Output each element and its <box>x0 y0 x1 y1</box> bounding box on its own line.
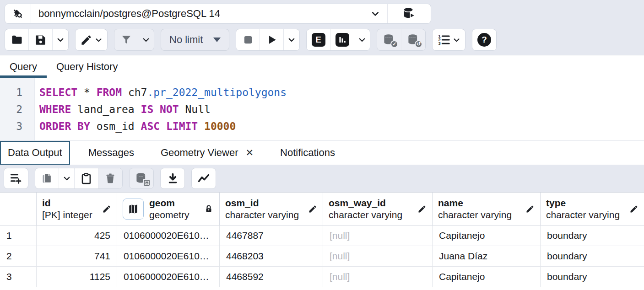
save-file-button[interactable] <box>29 29 53 50</box>
cell-id[interactable]: 1125 <box>37 267 117 287</box>
filter-button[interactable] <box>114 29 138 50</box>
column-type: character varying <box>546 209 620 221</box>
cell-osm-way-id[interactable]: [null] <box>323 267 433 287</box>
chevron-down-icon <box>358 36 366 44</box>
close-icon[interactable]: ✕ <box>245 147 254 158</box>
trash-icon <box>104 172 116 184</box>
execute-menu-button[interactable] <box>284 29 299 50</box>
cell-osm-way-id[interactable]: [null] <box>323 246 433 266</box>
table-row: 2 741 0106000020E610… 4468203 [null] Jua… <box>0 246 644 267</box>
pencil-icon[interactable] <box>304 204 317 214</box>
chevron-down-icon <box>453 36 460 44</box>
commit-button[interactable]: ✓ <box>377 29 401 50</box>
column-type: character varying <box>438 209 512 221</box>
tab-notifications[interactable]: Notifications <box>271 141 344 165</box>
open-file-button[interactable] <box>5 29 29 50</box>
pencil-icon[interactable] <box>414 204 427 214</box>
add-row-button[interactable] <box>4 168 28 188</box>
column-name: geom <box>149 197 189 209</box>
graph-visualiser-button[interactable] <box>192 168 216 188</box>
chevron-down-icon <box>56 36 65 44</box>
map-icon <box>127 203 139 215</box>
cell-name[interactable]: Juana Díaz <box>433 246 541 266</box>
row-number-cell[interactable]: 3 <box>0 267 37 287</box>
stop-button[interactable] <box>236 29 260 50</box>
tab-geometry-viewer[interactable]: Geometry Viewer ✕ <box>152 141 263 165</box>
connection-label: bonnymcclain/postgres@PostgreSQL 14 <box>38 8 220 20</box>
tab-messages[interactable]: Messages <box>79 141 143 165</box>
cell-type[interactable]: boundary <box>541 226 644 246</box>
help-button[interactable]: ? <box>472 29 496 50</box>
save-icon <box>34 34 47 46</box>
download-icon <box>167 172 179 185</box>
query-toolbar: No limit E <box>5 29 644 51</box>
row-limit-select[interactable]: No limit <box>161 29 229 51</box>
save-data-group <box>129 168 154 189</box>
column-header-id[interactable]: id [PK] integer <box>37 193 117 225</box>
edit-menu-button[interactable] <box>76 29 107 50</box>
line-number: 3 <box>0 118 22 135</box>
cell-geom[interactable]: 0106000020E610… <box>117 226 220 246</box>
pencil-icon[interactable] <box>626 204 639 214</box>
copy-menu-button[interactable] <box>59 168 75 188</box>
execute-button[interactable] <box>260 29 284 50</box>
sql-editor[interactable]: 1 2 3 SELECT * FROM ch7.pr_2022_multipol… <box>0 78 644 141</box>
rollback-button[interactable]: ↺ <box>401 29 425 50</box>
cell-geom[interactable]: 0106000020E610… <box>117 246 220 266</box>
cell-id[interactable]: 425 <box>37 226 117 246</box>
save-menu-button[interactable] <box>53 29 68 50</box>
macros-button[interactable]: 1 2 3 <box>433 29 465 50</box>
cell-osm-id[interactable]: 4467887 <box>220 226 323 246</box>
cell-osm-way-id[interactable]: [null] <box>323 226 433 246</box>
plug-connected-icon <box>11 7 25 21</box>
row-number-cell[interactable]: 2 <box>0 246 37 266</box>
pencil-icon <box>80 34 92 46</box>
cell-osm-id[interactable]: 4468592 <box>220 267 323 287</box>
view-geometry-button[interactable] <box>123 199 144 220</box>
column-header-osm-way-id[interactable]: osm_way_id character varying <box>323 193 433 225</box>
chevron-down-icon <box>287 36 296 44</box>
clipboard-group <box>35 168 123 189</box>
row-number-cell[interactable]: 1 <box>0 226 37 246</box>
floppy-badge-icon <box>143 179 151 187</box>
download-results-button[interactable] <box>161 168 184 188</box>
explain-menu-button[interactable] <box>354 29 370 50</box>
connection-status-cell <box>5 4 31 23</box>
transaction-group: ✓ ↺ <box>377 29 426 51</box>
cell-type[interactable]: boundary <box>541 246 644 266</box>
filter-menu-button[interactable] <box>138 29 154 50</box>
select-all-header[interactable] <box>0 193 37 225</box>
new-connection-button[interactable] <box>387 4 431 23</box>
cell-id[interactable]: 741 <box>37 246 117 266</box>
column-header-geom[interactable]: geom geometry <box>117 193 220 225</box>
pencil-icon[interactable] <box>98 204 111 214</box>
code-line: SELECT * FROM ch7.pr_2022_multipolygons <box>39 84 644 101</box>
tab-query[interactable]: Query <box>0 55 47 78</box>
line-number: 1 <box>0 84 22 101</box>
column-header-osm-id[interactable]: osm_id character varying <box>220 193 323 225</box>
explain-button[interactable]: E <box>307 29 330 50</box>
column-type: character varying <box>329 209 402 221</box>
tab-query-history[interactable]: Query History <box>47 55 127 78</box>
paste-button[interactable] <box>75 168 98 188</box>
chevron-down-icon <box>63 174 71 183</box>
cell-name[interactable]: Capitanejo <box>433 226 541 246</box>
connection-selector[interactable]: bonnymcclain/postgres@PostgreSQL 14 <box>31 4 387 23</box>
explain-analyze-button[interactable] <box>330 29 354 50</box>
cell-geom[interactable]: 0106000020E610… <box>117 267 220 287</box>
pencil-icon[interactable] <box>522 204 535 214</box>
lock-icon <box>200 204 214 214</box>
filter-group <box>114 29 154 51</box>
cell-osm-id[interactable]: 4468203 <box>220 246 323 266</box>
cell-type[interactable]: boundary <box>541 267 644 287</box>
cell-name[interactable]: Capitanejo <box>433 267 541 287</box>
line-number-gutter: 1 2 3 <box>0 78 35 140</box>
copy-button[interactable] <box>35 168 59 188</box>
column-header-type[interactable]: type character varying <box>541 193 644 225</box>
column-header-name[interactable]: name character varying <box>433 193 541 225</box>
tab-data-output[interactable]: Data Output <box>0 141 70 165</box>
delete-row-button[interactable] <box>98 168 122 188</box>
save-data-changes-button[interactable] <box>130 168 153 188</box>
code-area[interactable]: SELECT * FROM ch7.pr_2022_multipolygons … <box>35 78 644 140</box>
rollback-icon: ↺ <box>406 33 421 47</box>
